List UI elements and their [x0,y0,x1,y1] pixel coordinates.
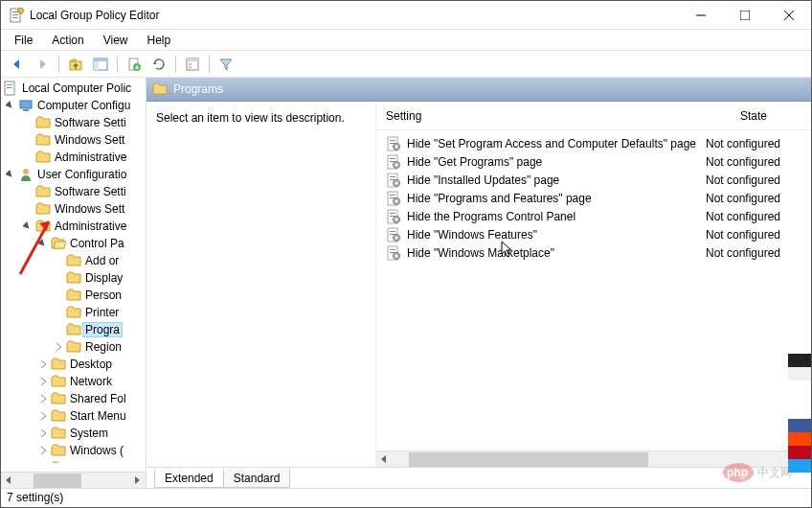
tree-item[interactable]: Windows Sett [1,131,146,149]
expand-icon[interactable] [53,341,64,353]
setting-row[interactable]: Hide "Installed Updates" pageNot configu… [386,171,801,189]
tree-computer-config[interactable]: Computer Configu [1,97,146,114]
setting-state: Not configured [706,137,801,150]
filter-button[interactable] [215,54,237,75]
tree-item[interactable]: Windows Sett [1,200,146,218]
forward-button[interactable] [32,54,53,75]
setting-label: Hide the Programs Control Panel [407,210,706,223]
expand-icon[interactable] [37,376,49,387]
expand-icon[interactable] [22,220,34,232]
export-button[interactable] [124,54,145,75]
tree-item[interactable]: All C ... [1,459,146,463]
list-header: Setting State [376,102,811,130]
show-hide-tree-button[interactable] [90,54,111,75]
description-text: Select an item to view its description. [147,102,376,467]
tree-item[interactable]: Region [1,338,146,356]
svg-point-60 [395,254,397,256]
folder-icon [51,391,66,406]
setting-icon [386,191,401,206]
svg-point-24 [23,169,29,174]
collapse-icon[interactable] [5,100,16,111]
tree-label: User Configuratio [37,168,126,181]
tree-item[interactable]: Add or [1,252,146,269]
folder-icon [51,426,66,441]
scroll-left-icon[interactable] [1,473,17,489]
expand-icon[interactable] [37,445,49,456]
tree-item[interactable]: Desktop [1,356,146,373]
expand-icon[interactable] [37,410,49,422]
tab-standard[interactable]: Standard [223,470,291,488]
tree-label: Computer Configu [37,99,130,112]
collapse-icon[interactable] [37,238,49,249]
maximize-button[interactable] [723,1,767,30]
expand-icon[interactable] [37,358,49,370]
tree-item[interactable]: Start Menu [1,407,146,425]
tree-scrollbar-horizontal[interactable] [1,472,146,488]
expand-icon[interactable] [37,427,49,439]
setting-state: Not configured [706,210,801,223]
tree-item[interactable]: System [1,425,146,442]
tree-item[interactable]: Person [1,287,146,304]
scrollbar-thumb[interactable] [34,473,81,488]
tree-label: Administrative [55,219,126,233]
setting-icon [386,136,401,151]
setting-row[interactable]: Hide "Get Programs" pageNot configured [386,152,801,171]
menu-file[interactable]: File [7,32,40,49]
column-setting[interactable]: Setting [386,109,706,123]
setting-icon [386,227,401,242]
scroll-left-icon[interactable] [376,451,393,468]
close-button[interactable] [767,1,811,30]
tree-item[interactable]: Printer [1,304,146,321]
tree-item[interactable]: Display [1,269,146,287]
minimize-button[interactable] [679,1,723,30]
back-button[interactable] [7,54,28,75]
setting-row[interactable]: Hide "Programs and Features" pageNot con… [386,189,801,207]
svg-point-40 [395,181,397,183]
tree-label: System [70,427,108,440]
setting-row[interactable]: Hide the Programs Control PanelNot confi… [386,207,801,225]
refresh-button[interactable] [148,54,169,75]
setting-row[interactable]: Hide "Windows Features"Not configured [386,225,801,243]
svg-point-30 [395,145,397,147]
scroll-right-icon[interactable] [129,473,146,489]
folder-icon [66,270,81,286]
setting-row[interactable]: Hide "Set Program Access and Computer De… [386,134,801,152]
menu-view[interactable]: View [96,32,136,49]
tree-item[interactable]: Network [1,373,146,390]
tree-root[interactable]: Local Computer Polic [1,80,146,97]
svg-rect-52 [390,231,395,232]
tree-pane: Local Computer Polic Computer Configu So… [1,78,147,488]
svg-rect-42 [390,195,395,196]
list-scrollbar-horizontal[interactable] [376,450,811,467]
tree-item[interactable]: Progra [1,321,146,338]
column-state[interactable]: State [706,109,801,123]
content-area: Local Computer Polic Computer Configu So… [1,78,811,488]
tab-extended[interactable]: Extended [154,470,224,488]
svg-rect-1 [12,12,18,12]
scrollbar-thumb[interactable] [409,452,648,467]
tree-item[interactable]: Administrative [1,218,146,235]
svg-point-45 [395,199,397,201]
scroll-right-icon[interactable] [795,451,811,468]
tree-control-panel[interactable]: Control Pa [1,235,146,252]
up-button[interactable] [65,54,86,75]
tree-label: Administrative [55,150,126,164]
tree-item[interactable]: Windows ( [1,442,146,459]
tree-item[interactable]: Shared Fol [1,390,146,407]
tree-user-config[interactable]: User Configuratio [1,166,146,183]
svg-rect-57 [390,249,395,250]
setting-row[interactable]: Hide "Windows Marketplace"Not configured [386,243,801,262]
collapse-icon[interactable] [5,169,16,180]
folder-icon [51,408,66,424]
toolbar-separator [209,56,210,73]
menu-action[interactable]: Action [44,32,91,49]
tree-item[interactable]: Administrative [1,149,146,166]
folder-icon [51,443,66,458]
tree-item[interactable]: Software Setti [1,114,146,131]
view-tabs: Extended Standard [147,467,811,488]
properties-button[interactable] [182,54,203,75]
tree-item[interactable]: Software Setti [1,183,146,200]
menu-help[interactable]: Help [140,32,179,49]
expand-icon[interactable] [37,393,49,404]
svg-rect-21 [7,87,12,88]
